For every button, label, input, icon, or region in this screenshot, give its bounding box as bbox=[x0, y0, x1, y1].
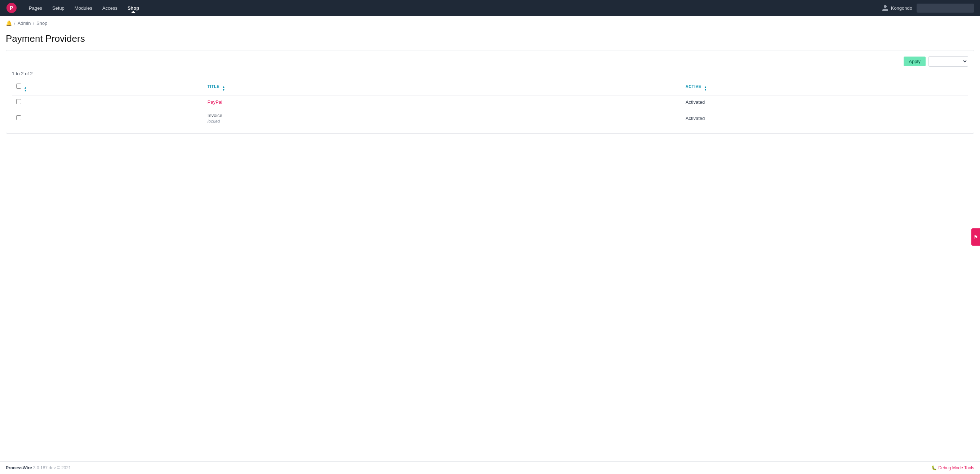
apply-button[interactable]: Apply bbox=[904, 57, 926, 66]
table-row: PayPal Activated bbox=[12, 95, 968, 109]
breadcrumb-admin[interactable]: Admin bbox=[18, 21, 31, 26]
col-title-header: TITLE ▲▼ bbox=[203, 81, 681, 95]
sort-id[interactable]: ▲▼ bbox=[24, 86, 27, 92]
breadcrumb-shop[interactable]: Shop bbox=[37, 21, 47, 26]
username: Kongondo bbox=[891, 5, 912, 11]
col-checkbox-header: ▲▼ bbox=[12, 81, 203, 95]
row-1-title-link[interactable]: PayPal bbox=[208, 99, 222, 105]
page-title: Payment Providers bbox=[0, 30, 980, 50]
col-active-header: ACTIVE ▲▼ bbox=[681, 81, 968, 95]
main-content: Apply Delete 1 to 2 of 2 ▲▼ TITLE ▲▼ bbox=[0, 50, 980, 148]
nav-shop[interactable]: Shop bbox=[123, 3, 144, 13]
nav-right: Kongondo 🔍 bbox=[881, 3, 974, 13]
user-menu[interactable]: Kongondo bbox=[881, 4, 912, 11]
row-1-title-cell: PayPal bbox=[203, 95, 681, 109]
select-all-checkbox[interactable] bbox=[16, 84, 21, 89]
nav-pages[interactable]: Pages bbox=[24, 3, 46, 13]
top-navigation: P Pages Setup Modules Access Shop Kongon… bbox=[0, 0, 980, 16]
action-select[interactable]: Delete bbox=[929, 56, 968, 67]
sort-active[interactable]: ▲▼ bbox=[704, 86, 707, 91]
row-1-checkbox[interactable] bbox=[16, 99, 21, 104]
svg-text:P: P bbox=[10, 5, 13, 11]
sort-title[interactable]: ▲▼ bbox=[222, 86, 225, 91]
nav-access[interactable]: Access bbox=[98, 3, 122, 13]
row-2-title-cell: Invoice locked bbox=[203, 109, 681, 128]
record-count: 1 to 2 of 2 bbox=[12, 71, 968, 76]
row-2-checkbox[interactable] bbox=[16, 115, 21, 120]
row-1-active-cell: Activated bbox=[681, 95, 968, 109]
row-1-checkbox-cell bbox=[12, 95, 203, 109]
logo[interactable]: P bbox=[6, 2, 17, 14]
nav-modules[interactable]: Modules bbox=[70, 3, 97, 13]
breadcrumb-sep-0: / bbox=[14, 21, 16, 26]
table-header-row: ▲▼ TITLE ▲▼ ACTIVE ▲▼ bbox=[12, 81, 968, 95]
search-wrapper: 🔍 bbox=[916, 3, 974, 13]
row-2-checkbox-cell bbox=[12, 109, 203, 128]
row-2-title-text: Invoice bbox=[208, 113, 222, 118]
nav-links: Pages Setup Modules Access Shop bbox=[24, 3, 881, 13]
table-row: Invoice locked Activated bbox=[12, 109, 968, 128]
data-table: ▲▼ TITLE ▲▼ ACTIVE ▲▼ bbox=[12, 81, 968, 127]
breadcrumb: 🔔 / Admin / Shop bbox=[0, 16, 980, 30]
nav-setup[interactable]: Setup bbox=[48, 3, 69, 13]
table-toolbar: Apply Delete bbox=[12, 56, 968, 67]
table-card: Apply Delete 1 to 2 of 2 ▲▼ TITLE ▲▼ bbox=[6, 50, 974, 134]
row-2-locked-label: locked bbox=[208, 119, 677, 124]
row-2-active-cell: Activated bbox=[681, 109, 968, 128]
search-input[interactable] bbox=[916, 3, 974, 13]
breadcrumb-sep-1: / bbox=[33, 21, 34, 26]
bell-icon: 🔔 bbox=[6, 20, 12, 26]
